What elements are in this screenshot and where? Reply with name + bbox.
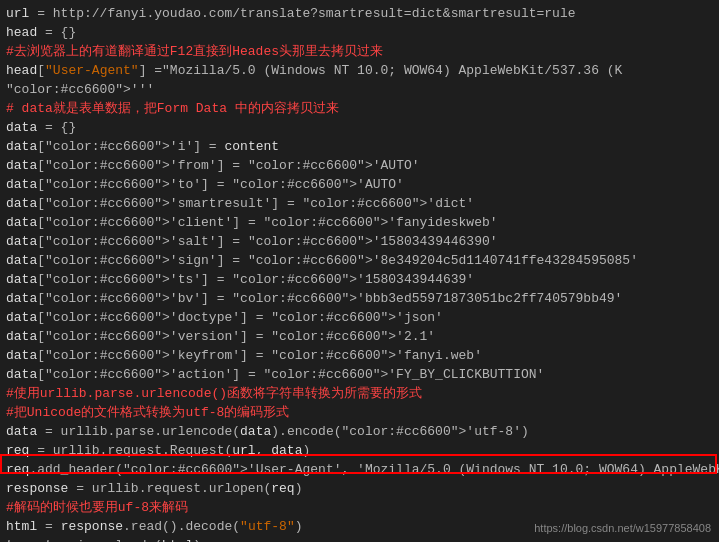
- code-text: #解码的时候也要用uf-8来解码: [6, 500, 188, 515]
- code-line-6: # data就是表单数据，把Form Data 中的内容拷贝过来: [6, 99, 713, 118]
- code-text: data["color:#cc6600">'version'] = "color…: [6, 329, 435, 344]
- code-line-11: data["color:#cc6600">'smartresult'] = "c…: [6, 194, 713, 213]
- code-line-21: #使用urllib.parse.urlencode()函数将字符串转换为所需要的…: [6, 384, 713, 403]
- code-line-5: "color:#cc6600">''': [6, 80, 713, 99]
- code-line-20: data["color:#cc6600">'action'] = "color:…: [6, 365, 713, 384]
- code-line-19: data["color:#cc6600">'keyfrom'] = "color…: [6, 346, 713, 365]
- code-line-7: data = {}: [6, 118, 713, 137]
- code-text: html = response.read().decode("utf-8"): [6, 519, 303, 534]
- watermark: https://blog.csdn.net/w15977858408: [534, 522, 711, 534]
- code-text: response = urllib.request.urlopen(req): [6, 481, 302, 496]
- code-line-31: target = json.loads(html): [6, 536, 713, 542]
- code-text: data["color:#cc6600">'doctype'] = "color…: [6, 310, 443, 325]
- code-text: "color:#cc6600">''': [6, 82, 154, 97]
- code-editor: url = http://fanyi.youdao.com/translate?…: [0, 0, 719, 542]
- code-line-23: data = urllib.parse.urlencode(data).enco…: [6, 422, 713, 441]
- code-line-14: data["color:#cc6600">'sign'] = "color:#c…: [6, 251, 713, 270]
- code-line-18: data["color:#cc6600">'version'] = "color…: [6, 327, 713, 346]
- code-text: data["color:#cc6600">'from'] = "color:#c…: [6, 158, 420, 173]
- code-text: target = json.loads(html): [6, 538, 201, 542]
- code-line-17: data["color:#cc6600">'doctype'] = "color…: [6, 308, 713, 327]
- code-text: data["color:#cc6600">'ts'] = "color:#cc6…: [6, 272, 474, 287]
- code-text: data["color:#cc6600">'smartresult'] = "c…: [6, 196, 474, 211]
- code-text: data["color:#cc6600">'i'] = content: [6, 139, 279, 154]
- code-text: data["color:#cc6600">'salt'] = "color:#c…: [6, 234, 498, 249]
- code-line-9: data["color:#cc6600">'from'] = "color:#c…: [6, 156, 713, 175]
- code-line-29: #解码的时候也要用uf-8来解码: [6, 498, 713, 517]
- code-text: #去浏览器上的有道翻译通过F12直接到Heades头那里去拷贝过来: [6, 44, 383, 59]
- code-line-13: data["color:#cc6600">'salt'] = "color:#c…: [6, 232, 713, 251]
- code-text: data = urllib.parse.urlencode(data).enco…: [6, 424, 529, 439]
- code-text: #把Unicode的文件格式转换为utf-8的编码形式: [6, 405, 289, 420]
- code-line-15: data["color:#cc6600">'ts'] = "color:#cc6…: [6, 270, 713, 289]
- code-line-16: data["color:#cc6600">'bv'] = "color:#cc6…: [6, 289, 713, 308]
- code-text: data["color:#cc6600">'bv'] = "color:#cc6…: [6, 291, 622, 306]
- code-text: req = urllib.request.Request(url, data): [6, 443, 310, 458]
- code-line-1: url = http://fanyi.youdao.com/translate?…: [6, 4, 713, 23]
- code-text: #使用urllib.parse.urlencode()函数将字符串转换为所需要的…: [6, 386, 422, 401]
- code-text: req.add_header("color:#cc6600">'User-Age…: [6, 462, 719, 477]
- code-line-4: head["User-Agent"] ="Mozilla/5.0 (Window…: [6, 61, 713, 80]
- code-text: url = http://fanyi.youdao.com/translate?…: [6, 6, 576, 21]
- code-text: data["color:#cc6600">'action'] = "color:…: [6, 367, 544, 382]
- code-text: data = {}: [6, 120, 76, 135]
- code-text: data["color:#cc6600">'keyfrom'] = "color…: [6, 348, 482, 363]
- code-line-26: req.add_header("color:#cc6600">'User-Age…: [6, 460, 713, 479]
- code-line-25: req = urllib.request.Request(url, data): [6, 441, 713, 460]
- code-text: data["color:#cc6600">'sign'] = "color:#c…: [6, 253, 638, 268]
- code-line-12: data["color:#cc6600">'client'] = "color:…: [6, 213, 713, 232]
- code-text: head = {}: [6, 25, 76, 40]
- code-line-2: head = {}: [6, 23, 713, 42]
- code-line-3: #去浏览器上的有道翻译通过F12直接到Heades头那里去拷贝过来: [6, 42, 713, 61]
- code-line-10: data["color:#cc6600">'to'] = "color:#cc6…: [6, 175, 713, 194]
- code-text: data["color:#cc6600">'to'] = "color:#cc6…: [6, 177, 404, 192]
- code-line-8: data["color:#cc6600">'i'] = content: [6, 137, 713, 156]
- code-line-28: response = urllib.request.urlopen(req): [6, 479, 713, 498]
- code-text: head["User-Agent"] ="Mozilla/5.0 (Window…: [6, 63, 622, 78]
- code-text: data["color:#cc6600">'client'] = "color:…: [6, 215, 498, 230]
- code-text: # data就是表单数据，把Form Data 中的内容拷贝过来: [6, 101, 339, 116]
- code-line-22: #把Unicode的文件格式转换为utf-8的编码形式: [6, 403, 713, 422]
